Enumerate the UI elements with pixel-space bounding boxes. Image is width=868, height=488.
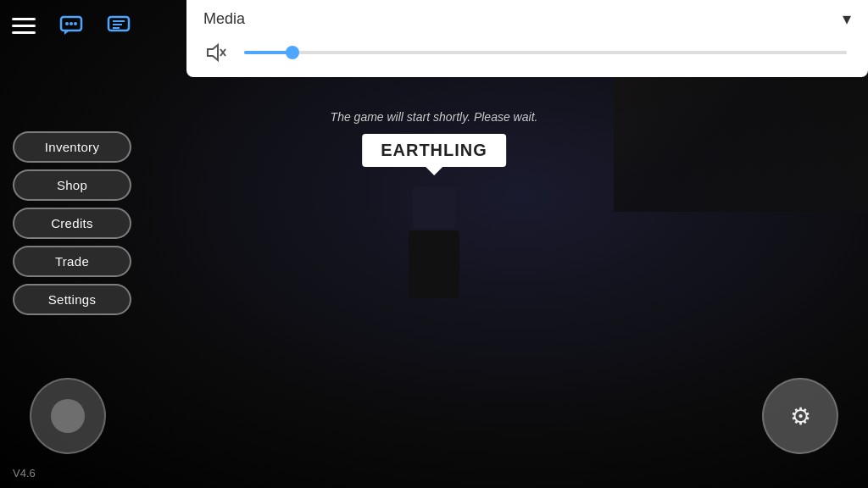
earthling-bubble: EARTHLING: [362, 134, 506, 167]
chat-button[interactable]: [56, 10, 86, 41]
chat-icon: [58, 12, 85, 39]
svg-point-3: [74, 22, 77, 25]
earthling-label: EARTHLING: [362, 134, 506, 167]
svg-point-1: [65, 22, 69, 25]
wait-text: The game will start shortly. Please wait…: [331, 110, 538, 124]
volume-thumb[interactable]: [286, 46, 299, 59]
version-label: V4.6: [13, 467, 36, 480]
character-silhouette: [409, 186, 459, 298]
character-head: [413, 186, 455, 229]
speaker-muted-icon: [204, 42, 226, 64]
hamburger-icon: [12, 18, 36, 34]
inventory-button[interactable]: Inventory: [13, 131, 131, 163]
volume-slider[interactable]: [244, 51, 847, 54]
action-icon: ⚙: [790, 402, 811, 430]
character-body: [409, 230, 459, 298]
svg-point-2: [70, 22, 73, 25]
action-button[interactable]: ⚙: [762, 378, 838, 454]
media-panel: Media ▾: [186, 0, 868, 77]
mute-icon[interactable]: [203, 41, 227, 64]
top-left-icons: [8, 10, 134, 41]
media-header: Media ▾: [203, 8, 851, 29]
volume-track: [244, 51, 847, 54]
left-menu: Inventory Shop Credits Trade Settings: [13, 131, 131, 315]
settings-button[interactable]: Settings: [13, 284, 131, 315]
joystick-thumb: [51, 399, 85, 433]
media-title: Media: [203, 10, 245, 28]
joystick[interactable]: [30, 378, 106, 454]
credits-button[interactable]: Credits: [13, 208, 131, 239]
chat2-icon: [105, 12, 132, 39]
svg-marker-8: [208, 45, 218, 60]
media-controls: [203, 41, 851, 64]
chat2-button[interactable]: [103, 10, 134, 41]
trade-button[interactable]: Trade: [13, 246, 131, 277]
hamburger-button[interactable]: [8, 10, 39, 41]
media-chevron-icon[interactable]: ▾: [843, 8, 851, 29]
shop-button[interactable]: Shop: [13, 169, 131, 201]
